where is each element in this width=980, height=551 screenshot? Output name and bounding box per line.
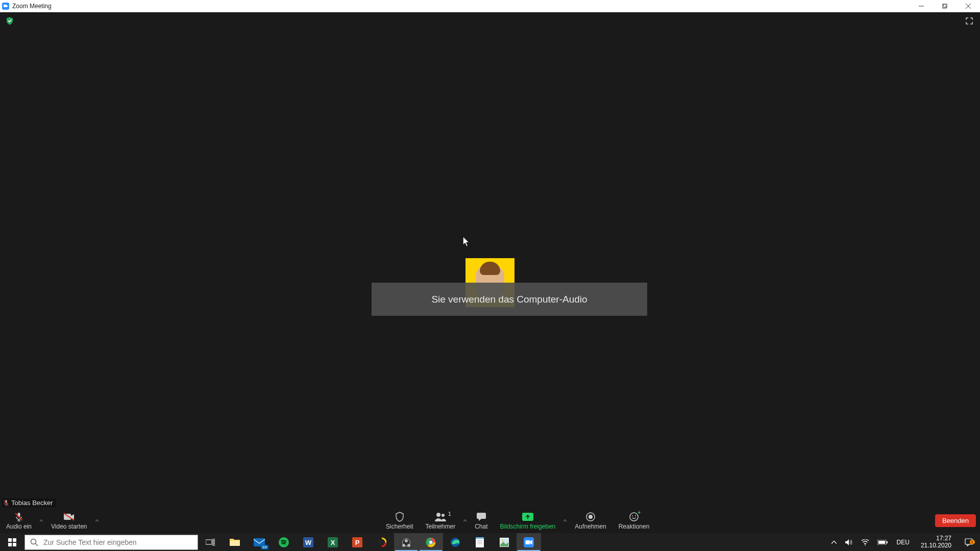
audio-toast: Sie verwenden das Computer-Audio [372,283,647,316]
search-input[interactable] [43,538,198,546]
taskbar-edge[interactable] [443,533,468,551]
svg-rect-30 [213,541,215,543]
taskbar-search[interactable] [24,535,198,550]
svg-point-21 [635,515,636,516]
svg-line-27 [36,543,38,546]
taskbar-spotify[interactable] [272,533,296,551]
tray-volume-icon[interactable] [844,533,854,551]
svg-rect-29 [213,539,215,540]
join-audio-button[interactable]: Audio ein [0,508,38,533]
svg-rect-28 [206,540,212,544]
enter-fullscreen-button[interactable] [964,15,975,27]
svg-point-19 [630,513,638,521]
record-icon [586,512,595,522]
tray-date: 21.10.2020 [921,542,951,549]
mail-badge: 69 [261,545,268,549]
close-button[interactable] [957,0,980,12]
share-label: Bildschirm freigeben [500,523,556,530]
video-off-icon [63,512,75,522]
taskbar-excel[interactable]: X [321,533,345,551]
taskbar-image-viewer[interactable] [492,533,517,551]
taskbar-chrome[interactable] [419,533,443,551]
svg-text:W: W [305,539,312,546]
taskbar-mail[interactable]: 69 [247,533,272,551]
maximize-button[interactable] [933,0,957,12]
chat-label: Chat [475,523,487,530]
system-tray: DEU 17:27 21.10.2020 1 [827,533,980,551]
start-button[interactable] [0,533,24,551]
encryption-shield-icon[interactable] [5,16,14,26]
search-icon [25,538,43,546]
start-video-button[interactable]: Video starten [45,508,93,533]
taskbar-powerpoint[interactable]: P [345,533,370,551]
participants-options-caret[interactable] [461,508,469,533]
participants-icon: 1 [434,512,447,522]
task-view-button[interactable] [198,533,223,551]
participants-label: Teilnehmer [425,523,455,530]
tray-time: 17:27 [921,535,951,542]
reactions-label: Reaktionen [619,523,650,530]
participants-count: 1 [448,511,451,517]
end-meeting-button[interactable]: Beenden [935,514,976,527]
mouse-cursor [463,237,470,249]
svg-rect-57 [526,540,530,544]
tray-notifications[interactable]: 1 [961,538,977,546]
start-video-label: Video starten [51,523,87,530]
svg-rect-2 [943,4,947,7]
svg-point-18 [589,515,593,519]
reactions-icon: + [629,512,639,522]
svg-rect-32 [230,541,240,546]
window-title: Zoom Meeting [12,3,52,10]
svg-rect-16 [477,513,486,519]
svg-point-14 [436,513,440,517]
svg-rect-60 [887,541,888,543]
audio-options-caret[interactable] [38,508,45,533]
security-label: Sicherheit [386,523,413,530]
video-options-caret[interactable] [93,508,101,533]
tray-wifi-icon[interactable] [860,533,870,551]
participants-button[interactable]: 1 Teilnehmer [419,508,461,533]
meeting-controls-bar: Audio ein Video starten [0,508,980,533]
taskbar-zoom[interactable] [517,533,541,551]
svg-text:X: X [331,539,335,546]
svg-rect-31 [213,544,215,545]
tray-language[interactable]: DEU [895,533,912,551]
svg-text:P: P [355,539,360,546]
self-name-text: Tobias Becker [11,499,53,507]
tray-clock[interactable]: 17:27 21.10.2020 [918,535,954,548]
taskbar-word[interactable]: W [296,533,321,551]
window-controls [910,0,980,12]
svg-point-15 [442,514,445,517]
record-button[interactable]: Aufnehmen [569,508,612,533]
svg-rect-12 [64,514,71,520]
svg-point-55 [502,540,504,542]
svg-point-26 [31,539,36,544]
taskbar-app-circle[interactable] [370,533,394,551]
svg-rect-24 [8,543,12,546]
security-button[interactable]: Sicherheit [380,508,419,533]
taskbar-file-explorer[interactable] [223,533,247,551]
notif-badge: 1 [970,540,975,544]
share-screen-button[interactable]: Bildschirm freigeben [494,508,562,533]
chat-icon [476,512,486,522]
svg-rect-25 [13,543,16,546]
chat-button[interactable]: Chat [469,508,494,533]
tray-overflow[interactable] [830,533,838,551]
tray-battery-icon[interactable] [876,533,889,551]
audio-toast-text: Sie verwenden das Computer-Audio [431,294,587,305]
end-label: Beenden [942,517,969,524]
svg-rect-61 [878,541,885,544]
windows-taskbar: 69 W X P [0,533,980,551]
reactions-button[interactable]: + Reaktionen [612,508,656,533]
taskbar-notepad[interactable] [468,533,492,551]
share-options-caret[interactable] [561,508,569,533]
window-title-bar: Zoom Meeting [0,0,980,12]
svg-point-20 [632,515,633,516]
taskbar-obs[interactable] [394,533,419,551]
join-audio-label: Audio ein [6,523,32,530]
self-name-label: Tobias Becker [2,498,56,507]
svg-rect-22 [8,538,12,542]
svg-rect-49 [476,537,484,539]
minimize-button[interactable] [910,0,933,12]
zoom-app-icon [2,3,9,10]
